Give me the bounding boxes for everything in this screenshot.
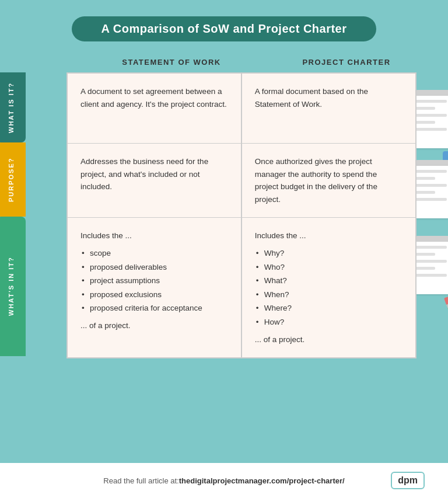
comparison-table: WHAT IS IT?PURPOSE?WHAT'S IN IT? A docum… (32, 72, 416, 358)
title-text: A Comparison of SoW and Project Charter (101, 22, 346, 35)
cell-charter-what: A formal document based on the Statement… (242, 74, 415, 143)
list-item: How? (255, 316, 402, 329)
charter-whats-outro: ... of a project. (255, 333, 402, 346)
sow-whats-list: scopeproposed deliverablesproject assump… (80, 247, 228, 315)
row-label-2: WHAT'S IN IT? (0, 217, 26, 356)
folder-tab (443, 151, 448, 160)
dpm-logo: dpm (391, 472, 425, 489)
charter-whats-intro: Includes the ... (255, 229, 402, 242)
list-item: What? (255, 274, 402, 287)
charter-whats-list: Why?Who?What?When?Where?How? (255, 247, 402, 329)
cell-charter-purpose: Once authorized gives the project manage… (242, 144, 415, 217)
sow-what-text: A document to set agreement between a cl… (80, 87, 227, 109)
list-item: proposed criteria for acceptance (80, 302, 228, 315)
list-item: project assumptions (80, 274, 228, 287)
charter-purpose-text: Once authorized gives the project manage… (255, 157, 377, 204)
list-item: When? (255, 288, 402, 301)
cell-sow-what: A document to set agreement between a cl… (68, 74, 241, 143)
sow-purpose-text: Addresses the business need for the proj… (80, 157, 208, 191)
row-what-is-it: A document to set agreement between a cl… (68, 74, 415, 144)
list-item: proposed exclusions (80, 288, 228, 301)
cell-sow-whats: Includes the ... scopeproposed deliverab… (68, 218, 241, 357)
list-item: proposed deliverables (80, 261, 228, 274)
list-item: scope (80, 247, 228, 260)
row-labels: WHAT IS IT?PURPOSE?WHAT'S IN IT? (0, 72, 26, 358)
sow-whats-intro: Includes the ... (80, 229, 228, 242)
pencil-decoration (444, 295, 448, 364)
list-item: Where? (255, 302, 402, 315)
list-item: Why? (255, 247, 402, 260)
cell-sow-purpose: Addresses the business need for the proj… (68, 144, 241, 217)
column-headers: STATEMENT OF WORK PROJECT CHARTER (49, 53, 434, 72)
row-label-1: PURPOSE? (0, 142, 26, 217)
sow-whats-outro: ... of a project. (80, 319, 228, 332)
charter-what-text: A formal document based on the Statement… (255, 87, 368, 109)
col-header-charter: PROJECT CHARTER (259, 53, 434, 72)
title-banner: A Comparison of SoW and Project Charter (72, 16, 376, 41)
row-whats-in-it: Includes the ... scopeproposed deliverab… (68, 218, 415, 357)
footer: Read the full article at: thedigitalproj… (0, 463, 448, 498)
footer-read-text: Read the full article at: (103, 476, 178, 485)
table-content: A document to set agreement between a cl… (66, 72, 416, 358)
list-item: Who? (255, 261, 402, 274)
col-header-sow: STATEMENT OF WORK (84, 53, 259, 72)
row-label-0: WHAT IS IT? (0, 72, 26, 142)
main-container: A Comparison of SoW and Project Charter … (0, 0, 448, 498)
footer-link[interactable]: thedigitalprojectmanager.com/project-cha… (179, 476, 345, 485)
cell-charter-whats: Includes the ... Why?Who?What?When?Where… (242, 218, 415, 357)
row-purpose: Addresses the business need for the proj… (68, 144, 415, 218)
